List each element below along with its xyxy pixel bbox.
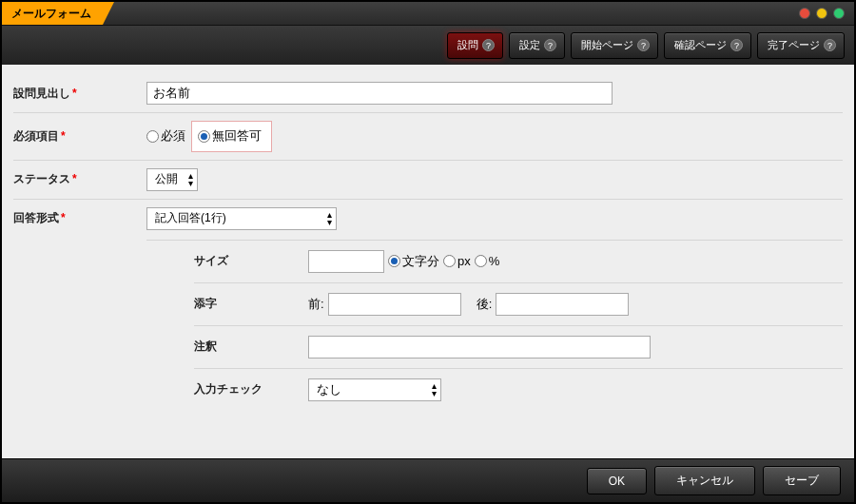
size-input[interactable] — [308, 250, 384, 273]
dialog-footer: OK キャンセル セーブ — [2, 458, 854, 502]
row-required: 必須項目* 必須 無回答可 — [13, 113, 843, 161]
size-unit-chars[interactable]: 文字分 — [388, 253, 439, 270]
row-heading: 設問見出し* — [13, 74, 843, 113]
required-mark: * — [61, 211, 66, 224]
tab-confirm-page[interactable]: 確認ページ ? — [664, 32, 751, 59]
window-controls — [799, 8, 854, 19]
row-size: サイズ 文字分 px % — [194, 241, 843, 283]
cancel-button[interactable]: キャンセル — [654, 466, 755, 495]
radio-unit-chars[interactable] — [388, 255, 400, 267]
note-input[interactable] — [308, 336, 651, 359]
affix-before-input[interactable] — [328, 293, 461, 316]
row-input-check: 入力チェック なし ▴▾ — [194, 369, 843, 411]
affix-before-label: 前: — [308, 296, 324, 313]
affix-after-input[interactable] — [496, 293, 629, 316]
row-affix: 添字 前: 後: — [194, 283, 843, 326]
heading-input[interactable] — [146, 82, 613, 105]
size-label: サイズ — [194, 253, 308, 269]
tab-strip: 設問 ? 設定 ? 開始ページ ? 確認ページ ? 完了ページ ? — [2, 25, 854, 65]
help-icon[interactable]: ? — [637, 39, 650, 51]
check-select[interactable]: なし ▴▾ — [308, 378, 441, 401]
help-icon[interactable]: ? — [482, 39, 495, 51]
chevron-updown-icon: ▴▾ — [327, 211, 332, 226]
required-mark: * — [72, 172, 77, 185]
row-answer-type: 回答形式* 記入回答(1行) ▴▾ — [13, 200, 843, 234]
required-option-optional[interactable]: 無回答可 — [198, 127, 262, 145]
note-label: 注釈 — [194, 339, 308, 355]
chevron-updown-icon: ▴▾ — [432, 382, 437, 397]
required-label: 必須項目* — [13, 128, 146, 145]
radio-unit-px[interactable] — [443, 255, 456, 267]
affix-after-label: 後: — [477, 296, 493, 313]
save-button[interactable]: セーブ — [763, 466, 841, 495]
tab-settings[interactable]: 設定 ? — [509, 32, 565, 59]
tab-label: 設定 — [519, 38, 540, 52]
required-mark: * — [61, 129, 66, 143]
tab-start-page[interactable]: 開始ページ ? — [571, 32, 658, 59]
radio-unit-percent[interactable] — [475, 255, 487, 267]
radio-required[interactable] — [146, 130, 159, 143]
row-note: 注釈 — [194, 326, 843, 369]
row-status: ステータス* 公開 ▴▾ — [13, 161, 843, 200]
highlighted-option: 無回答可 — [191, 121, 272, 152]
check-label: 入力チェック — [194, 381, 308, 397]
answer-subsettings: サイズ 文字分 px % — [146, 240, 843, 411]
chevron-updown-icon: ▴▾ — [188, 172, 193, 187]
heading-label: 設問見出し* — [13, 86, 146, 102]
form-content: 設問見出し* 必須項目* 必須 無回答可 — [2, 65, 854, 458]
close-icon[interactable] — [799, 8, 810, 19]
required-option-required[interactable]: 必須 — [146, 127, 185, 145]
help-icon[interactable]: ? — [730, 39, 743, 51]
status-select[interactable]: 公開 ▴▾ — [146, 168, 198, 191]
minimize-icon[interactable] — [816, 8, 827, 19]
required-mark: * — [72, 87, 77, 100]
tab-questions[interactable]: 設問 ? — [447, 32, 503, 59]
help-icon[interactable]: ? — [824, 39, 836, 51]
maximize-icon[interactable] — [833, 8, 845, 19]
tab-complete-page[interactable]: 完了ページ ? — [757, 32, 845, 59]
tab-label: 確認ページ — [674, 38, 727, 52]
answer-type-label: 回答形式* — [13, 210, 146, 226]
tab-label: 開始ページ — [581, 38, 633, 52]
radio-optional[interactable] — [198, 130, 210, 143]
affix-label: 添字 — [194, 296, 308, 312]
window-title: メールフォーム — [2, 2, 114, 25]
tab-label: 完了ページ — [768, 38, 820, 52]
titlebar: メールフォーム — [2, 2, 854, 25]
status-label: ステータス* — [13, 171, 146, 187]
ok-button[interactable]: OK — [587, 468, 647, 494]
help-icon[interactable]: ? — [544, 39, 556, 51]
answer-type-select[interactable]: 記入回答(1行) ▴▾ — [146, 207, 337, 230]
tab-label: 設問 — [457, 38, 478, 52]
size-unit-percent[interactable]: % — [475, 254, 500, 268]
size-unit-px[interactable]: px — [443, 254, 471, 268]
dialog-window: メールフォーム 設問 ? 設定 ? 開始ページ ? 確認ページ ? 完了ページ … — [0, 0, 856, 504]
